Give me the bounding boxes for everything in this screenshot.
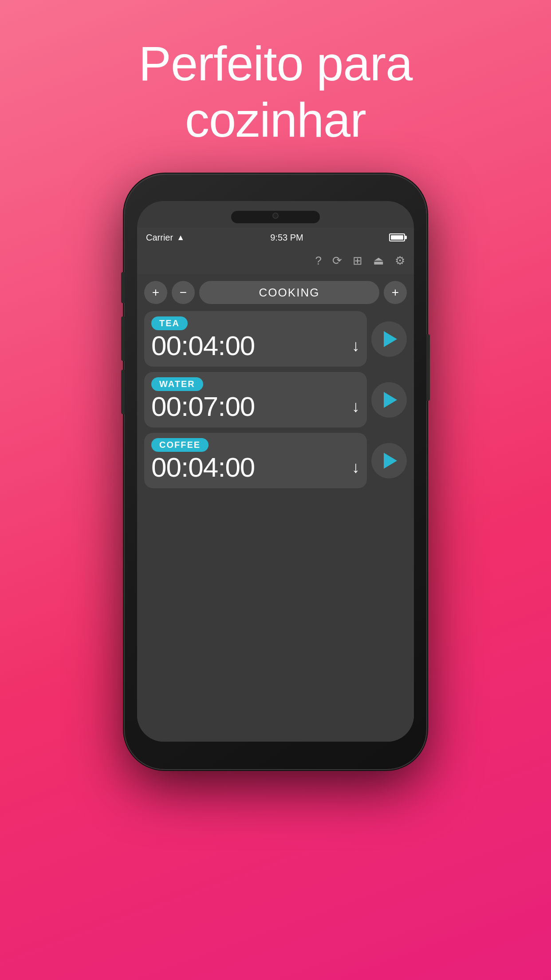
timer-water-play-button[interactable] — [371, 382, 407, 418]
wifi-icon: ▲ — [177, 233, 185, 242]
timer-coffee-badge[interactable]: COFFEE — [151, 438, 209, 452]
play-triangle-icon — [384, 392, 397, 408]
timer-water-down-icon[interactable]: ↓ — [352, 397, 360, 416]
timer-coffee-down-icon[interactable]: ↓ — [352, 458, 360, 477]
grid-icon[interactable]: ⊞ — [353, 254, 362, 268]
add-timer-button[interactable]: + — [384, 281, 407, 304]
timer-tea-down-icon[interactable]: ↓ — [352, 336, 360, 355]
power-button[interactable] — [426, 334, 430, 401]
remove-tab-button[interactable]: − — [172, 281, 195, 304]
tab-name[interactable]: COOKING — [199, 281, 379, 304]
headline: Perfeito para cozinhar — [76, 36, 475, 148]
battery-icon — [389, 233, 405, 241]
timer-tea-time: 00:04:00 — [151, 332, 255, 360]
eject-icon[interactable]: ⏏ — [373, 254, 384, 268]
help-icon[interactable]: ? — [315, 254, 322, 268]
phone-bottom-area — [137, 609, 414, 742]
toolbar: ? ⟳ ⊞ ⏏ ⚙ — [137, 247, 414, 274]
camera-dot — [272, 213, 279, 219]
phone-screen: Carrier ▲ 9:53 PM ? ⟳ ⊞ ⏏ ⚙ + — [137, 201, 414, 742]
phone-device: Carrier ▲ 9:53 PM ? ⟳ ⊞ ⏏ ⚙ + — [125, 174, 426, 769]
timer-water-time: 00:07:00 — [151, 393, 255, 420]
timer-coffee-main: COFFEE 00:04:00 ↓ — [144, 433, 367, 488]
timer-coffee-play-button[interactable] — [371, 443, 407, 478]
battery-fill — [391, 235, 403, 240]
timer-tea-badge[interactable]: TEA — [151, 316, 188, 330]
silent-switch — [121, 272, 125, 303]
status-time: 9:53 PM — [270, 233, 303, 243]
add-tab-button[interactable]: + — [144, 281, 167, 304]
volume-up-button[interactable] — [121, 316, 125, 361]
tab-bar: + − COOKING + — [144, 281, 407, 304]
timer-row: COFFEE 00:04:00 ↓ — [144, 433, 407, 488]
play-triangle-icon — [384, 331, 397, 347]
app-content: + − COOKING + TEA 00:04:00 — [137, 274, 414, 501]
play-triangle-icon — [384, 453, 397, 469]
volume-down-button[interactable] — [121, 370, 125, 414]
timer-water-badge[interactable]: WATER — [151, 377, 203, 391]
carrier-label: Carrier — [146, 233, 173, 243]
timer-row: WATER 00:07:00 ↓ — [144, 372, 407, 427]
status-right — [389, 233, 405, 241]
status-left: Carrier ▲ — [146, 233, 185, 243]
timer-row: TEA 00:04:00 ↓ — [144, 311, 407, 367]
timer-tea-play-button[interactable] — [371, 321, 407, 357]
timer-coffee-time: 00:04:00 — [151, 454, 255, 481]
timer-tea-main: TEA 00:04:00 ↓ — [144, 311, 367, 367]
gear-icon[interactable]: ⚙ — [395, 254, 405, 268]
timer-water-main: WATER 00:07:00 ↓ — [144, 372, 367, 427]
status-bar: Carrier ▲ 9:53 PM — [137, 228, 414, 247]
history-icon[interactable]: ⟳ — [332, 254, 342, 268]
